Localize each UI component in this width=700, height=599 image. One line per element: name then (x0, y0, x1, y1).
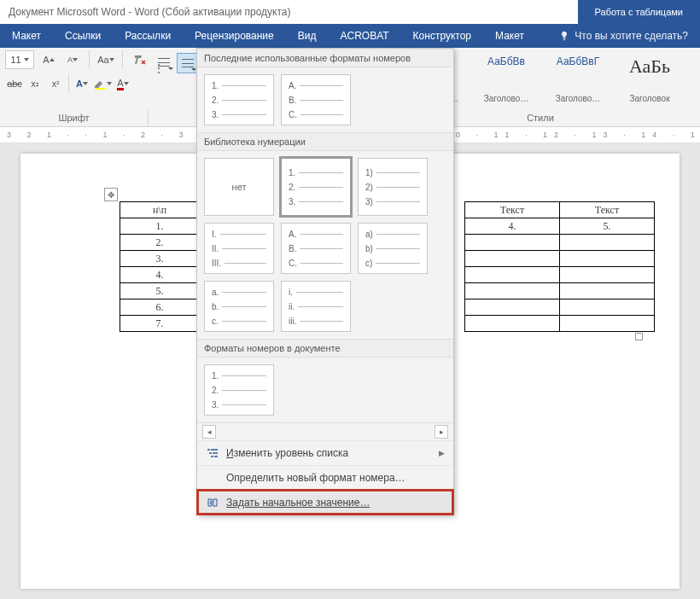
table-header[interactable]: н\п (120, 202, 200, 218)
style-subtitle[interactable]: АаБбПодза (686, 51, 700, 106)
chevron-right-icon: ▶ (439, 449, 445, 457)
separator (68, 74, 69, 93)
numbering-dropdown: Последние использованные форматы номеров… (196, 48, 454, 515)
section-recent: Последние использованные форматы номеров (197, 49, 453, 67)
format-lower-alpha-dot[interactable]: a. b. c. (204, 281, 274, 332)
table-cell[interactable]: 3. (120, 251, 200, 267)
tab-acrobat[interactable]: ACROBAT (328, 24, 400, 48)
text-effects-button[interactable]: A (73, 74, 91, 93)
tab-layout-table[interactable]: Макет (483, 24, 536, 48)
section-library: Библиотека нумерации (197, 132, 453, 151)
change-case-button[interactable]: Aa (96, 50, 115, 69)
tab-mailings[interactable]: Рассылки (113, 24, 183, 48)
tell-me-search[interactable]: Что вы хотите сделать? (547, 24, 700, 48)
table-move-handle-icon[interactable]: ✥ (104, 188, 118, 201)
table-cell[interactable] (465, 283, 560, 300)
table-resize-handle[interactable] (635, 333, 643, 340)
change-level-icon (206, 446, 219, 460)
cmd-define-format[interactable]: Определить новый формат номера… (197, 465, 453, 490)
font-group-label: Шрифт (0, 109, 149, 126)
window-title: Документ Microsoft Word - Word (Сбой акт… (0, 6, 291, 18)
table-cell[interactable]: 1. (120, 218, 200, 235)
superscript-button[interactable]: x² (46, 74, 65, 93)
table-header[interactable]: Текст (465, 202, 560, 218)
tab-layout[interactable]: Макет (0, 24, 53, 48)
table-cell[interactable] (560, 316, 655, 332)
format-upper-alpha-2[interactable]: A. B. C. (281, 223, 351, 274)
ribbon-tabs: Макет Ссылки Рассылки Рецензирование Вид… (0, 24, 700, 48)
separator (122, 50, 123, 69)
table-cell[interactable]: 2. (120, 235, 200, 251)
blank-icon (206, 471, 219, 485)
font-color-button[interactable]: A (114, 74, 132, 93)
tab-references[interactable]: Ссылки (53, 24, 113, 48)
scroll-right-icon[interactable]: ▸ (435, 425, 448, 439)
table-cell[interactable]: 5. (560, 218, 655, 235)
shrink-font-button[interactable]: A (63, 50, 82, 69)
table-cell[interactable] (465, 267, 560, 283)
format-arabic-dot-selected[interactable]: 1. 2. 3. (281, 158, 351, 216)
cmd-set-value-label: Задать начальное значение… (226, 497, 370, 509)
strikethrough-button[interactable]: abc (5, 74, 24, 93)
section-document: Форматы номеров в документе (197, 339, 453, 358)
format-upper-alpha[interactable]: A. B. C. (281, 74, 351, 125)
format-roman-lower[interactable]: i. ii. iii. (281, 281, 351, 332)
format-roman-upper[interactable]: I. II. III. (204, 223, 274, 274)
svg-rect-0 (95, 88, 105, 90)
left-table[interactable]: н\п 1. 2. 3. 4. 5. 6. 7. (120, 201, 200, 332)
format-arabic-dot[interactable]: 1. 2. 3. (204, 74, 274, 125)
chevron-down-icon (24, 58, 29, 61)
table-cell[interactable] (465, 300, 560, 316)
table-cell[interactable] (465, 316, 560, 332)
style-heading2[interactable]: АаБбВвГЗаголово… (543, 51, 613, 106)
table-cell[interactable] (560, 300, 655, 316)
style-heading1[interactable]: АаБбВвЗаголово… (471, 51, 541, 106)
scroll-left-icon[interactable]: ◂ (202, 425, 216, 439)
grow-font-button[interactable]: A (39, 50, 58, 69)
style-title[interactable]: АаБьЗаголовок (615, 51, 685, 106)
format-arabic-paren[interactable]: 1) 2) 3) (358, 158, 428, 216)
table-cell[interactable] (465, 235, 560, 251)
tab-review[interactable]: Рецензирование (183, 24, 286, 48)
table-cell[interactable] (560, 267, 655, 283)
table-header[interactable]: Текст (560, 202, 655, 218)
subscript-button[interactable]: x₂ (26, 74, 44, 93)
right-table[interactable]: Текст Текст 4. 5. (464, 201, 655, 332)
format-none[interactable]: нет (204, 158, 274, 216)
table-cell[interactable]: 4. (120, 267, 200, 283)
cmd-set-value[interactable]: 1 Задать начальное значение… (197, 490, 453, 515)
format-lower-alpha-paren[interactable]: a) b) c) (358, 223, 428, 274)
cmd-change-level[interactable]: Изменить уровень списка ▶ (197, 440, 453, 465)
tab-view[interactable]: Вид (286, 24, 329, 48)
format-doc-arabic[interactable]: 1. 2. 3. (204, 364, 274, 416)
table-cell[interactable] (560, 235, 655, 251)
cmd-change-level-hotkey: И (226, 447, 234, 459)
popup-scrollbar[interactable]: ◂ ▸ (197, 422, 453, 440)
table-cell[interactable]: 7. (120, 316, 200, 332)
cmd-change-level-label: зменить уровень списка (234, 447, 349, 459)
titlebar: Документ Microsoft Word - Word (Сбой акт… (0, 0, 700, 24)
ribbon-font-group: 11 A A Aa abc x₂ x² A A Шрифт (0, 48, 149, 126)
table-cell[interactable] (465, 251, 560, 267)
contextual-tab-label: Работа с таблицами (578, 0, 700, 24)
separator (89, 50, 90, 69)
table-cell[interactable] (560, 283, 655, 300)
table-cell[interactable] (560, 251, 655, 267)
tab-design[interactable]: Конструктор (401, 24, 483, 48)
table-cell[interactable]: 5. (120, 283, 200, 300)
set-value-icon: 1 (206, 496, 219, 509)
highlight-button[interactable] (93, 74, 112, 93)
table-cell[interactable]: 6. (120, 300, 200, 316)
cmd-define-format-label: Определить новый формат номера… (226, 472, 405, 484)
clear-formatting-button[interactable] (130, 50, 149, 69)
table-cell[interactable]: 4. (465, 218, 560, 235)
lightbulb-icon (559, 31, 569, 41)
font-size-combo[interactable]: 11 (5, 50, 34, 69)
tell-me-label: Что вы хотите сделать? (575, 30, 688, 42)
bullets-button[interactable] (154, 53, 175, 72)
